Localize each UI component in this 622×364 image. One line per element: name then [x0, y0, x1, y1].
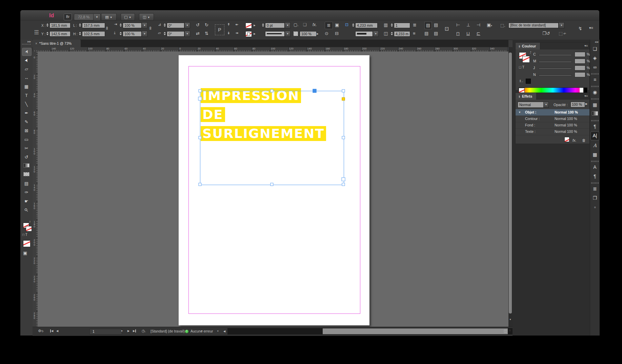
effects-row-objet[interactable]: ▼Objet :Normal 100 % — [516, 109, 589, 116]
dock-gripper[interactable] — [591, 98, 599, 100]
fill-swatch-dropdown[interactable]: ▶ — [253, 23, 256, 28]
eyedropper-tool[interactable]: ✑ — [22, 189, 31, 196]
opacity-slider-arrow[interactable]: ▶ — [585, 102, 587, 105]
flip-horizontal-button[interactable]: ⇄ — [196, 31, 200, 36]
preflight-gear-icon[interactable]: ⚙↻ — [38, 329, 44, 333]
distribute-right-button[interactable]: ⊏ — [477, 31, 480, 36]
vertical-justify-center-button[interactable]: ▤ — [434, 22, 438, 27]
live-corner-handle[interactable] — [342, 98, 345, 101]
document-canvas[interactable]: IMPRESSIONDESURLIGNEMENT — [38, 52, 508, 327]
quick-apply-button[interactable]: ❐↺ — [542, 31, 550, 36]
first-page-button[interactable]: ◀ — [50, 329, 53, 332]
channel-value-field[interactable] — [575, 59, 585, 64]
columns-stepper[interactable] — [390, 23, 394, 27]
corner-options-button[interactable]: ▢. — [294, 22, 299, 27]
page-tool[interactable]: ▱ — [22, 65, 31, 73]
stroke-swatch-dropdown[interactable]: ▶ — [253, 31, 256, 37]
handle-top-right[interactable] — [342, 89, 345, 93]
handle-top-left[interactable] — [199, 89, 202, 93]
selection-tool[interactable]: ➤ — [22, 48, 32, 56]
vertical-justify-full-button[interactable]: ▤ — [434, 31, 438, 36]
text-wrap-panel-icon[interactable]: ▩ — [591, 150, 599, 159]
document-tab[interactable]: ×*Sans titre-1 @ 73% — [33, 40, 81, 47]
hand-tool[interactable]: ☛ — [22, 198, 31, 205]
export-options-panel-icon[interactable]: ▫ — [591, 203, 599, 211]
frame-tool[interactable]: ⊠ — [22, 127, 31, 135]
vertical-justify-top-button[interactable]: ▤ — [424, 22, 432, 29]
channel-slider[interactable] — [539, 75, 572, 76]
couleur-stroke-swatch[interactable] — [522, 56, 530, 63]
dock-gripper[interactable] — [591, 86, 599, 87]
select-next-object-button[interactable]: ↠ — [235, 31, 238, 35]
align-bottom-lines-icon[interactable]: ≡ — [413, 31, 416, 36]
scroll-down-arrow[interactable]: ▼ — [509, 318, 511, 321]
rotate-ccw-button[interactable]: ↺ — [196, 22, 200, 27]
split-window-icon[interactable]: ◫ — [504, 329, 507, 333]
effets-panel-menu-icon[interactable]: ▾≡ — [584, 94, 588, 98]
glyphs-panel-icon[interactable]: A — [591, 141, 599, 149]
vertical-justify-dropdown[interactable]: ▼ — [373, 31, 379, 37]
dock-gripper[interactable] — [591, 120, 599, 121]
fill-swatch-none[interactable] — [245, 23, 252, 28]
couleur-panel-menu-icon[interactable]: ▾≡ — [584, 44, 588, 47]
next-page-button[interactable]: ▶ — [127, 329, 129, 332]
handle-top-center[interactable] — [270, 89, 274, 93]
scale-y-stepper[interactable] — [119, 31, 122, 36]
opacity-field[interactable]: 100 % — [300, 31, 317, 37]
zoom-tool[interactable]: ⚲ — [22, 206, 31, 214]
tools-gripper[interactable] — [22, 44, 31, 45]
gap-tool[interactable]: ↔ — [22, 74, 31, 82]
effects-row-texte[interactable]: Texte :Normal 100 % — [516, 128, 589, 135]
object-styles-panel-icon[interactable]: ❐ — [591, 194, 599, 202]
paragraph-panel-icon[interactable]: ¶ — [591, 122, 599, 130]
direct-selection-tool[interactable]: ➤ — [22, 57, 31, 64]
vertical-ruler[interactable]: 020406080100120140160180200220240260280 — [33, 52, 38, 327]
collapse-tools-icon[interactable]: ▶▶ — [27, 40, 31, 43]
formatting-affects-toggle[interactable]: □ T — [22, 233, 27, 237]
control-panel-menu-icon[interactable]: ▾≡ — [589, 26, 593, 30]
effets-panel-tab[interactable]: ⇕Effets — [516, 93, 537, 100]
apply-none-button[interactable] — [23, 240, 31, 247]
screen-mode-toggle[interactable]: ▣ — [23, 250, 27, 256]
dock-gripper[interactable] — [591, 161, 599, 162]
dock-gripper[interactable] — [591, 182, 599, 184]
channel-value-field[interactable] — [575, 65, 585, 70]
align-top-lines-icon[interactable]: ≣ — [413, 22, 417, 27]
gutter-stepper[interactable] — [390, 31, 394, 36]
align-center-button[interactable]: ⊥ — [466, 22, 470, 27]
scale-y-dropdown[interactable]: ▼ — [142, 31, 147, 37]
rotate-cw-button[interactable]: ↻ — [205, 22, 208, 27]
effects-fx-button[interactable]: fx. — [313, 22, 317, 27]
columns-field[interactable]: 1 — [394, 23, 410, 28]
screen-mode-button[interactable]: ▢▼ — [121, 13, 135, 21]
x-value-field[interactable]: 181,5 mm — [49, 23, 71, 28]
y-value-field[interactable]: 142,5 mm — [49, 31, 71, 37]
arrange-documents-button[interactable]: ◫▼ — [139, 13, 154, 21]
swatches-panel-icon[interactable]: ▦ — [591, 101, 599, 109]
scale-x-stepper[interactable] — [119, 23, 122, 27]
shear-stepper[interactable] — [163, 31, 166, 36]
vertical-scrollbar-thumb[interactable] — [509, 53, 512, 314]
blend-mode-dropdown[interactable]: Normal▼ — [518, 102, 549, 108]
selected-text-frame[interactable] — [200, 91, 344, 185]
error-status-label[interactable]: Aucune erreur — [190, 329, 213, 333]
preflight-doc-icon[interactable]: ◷. — [142, 329, 146, 333]
height-value-field[interactable]: 102,5 mm — [82, 31, 105, 37]
rectangle-tool[interactable]: ▭ — [22, 136, 31, 143]
resize-gripper[interactable]: ∷ — [509, 330, 511, 331]
stroke-swatch-none[interactable] — [245, 31, 252, 37]
horizontal-ruler[interactable]: 1401201008060402002040608010012014016018… — [33, 47, 508, 52]
rotation-stepper[interactable] — [163, 23, 166, 27]
stroke-style-dropdown[interactable]: ▼ — [285, 31, 290, 37]
paragraph-styles-panel-icon[interactable]: ¶ — [591, 172, 599, 180]
black-swatch[interactable] — [526, 79, 531, 84]
handle-mid-right[interactable] — [342, 136, 345, 139]
text-wrap-none-button[interactable]: ⊙ — [325, 31, 328, 36]
handle-active[interactable] — [313, 89, 317, 93]
select-content-up-button[interactable]: ↟ — [227, 22, 230, 27]
align-right-button[interactable]: ⊣ — [477, 22, 480, 27]
type-tool[interactable]: T — [22, 92, 31, 99]
text-in-port[interactable] — [198, 97, 202, 101]
gradient-panel-icon[interactable] — [591, 110, 599, 118]
distribute-center-button[interactable]: ⊔ — [466, 31, 470, 36]
